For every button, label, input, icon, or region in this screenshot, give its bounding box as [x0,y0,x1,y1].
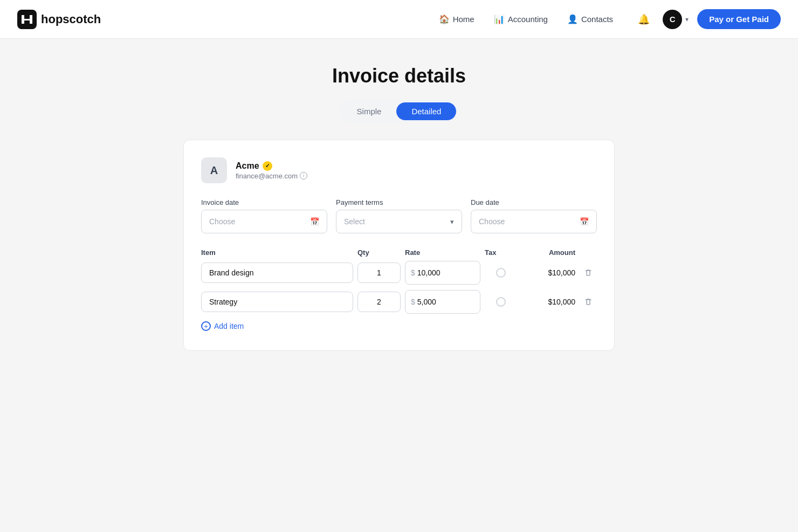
logo-text: hopscotch [41,12,101,26]
client-info: Acme ✓ finance@acme.com i [236,161,307,180]
item-amount-2: $10,000 [521,298,575,306]
accounting-icon: 📊 [494,14,505,24]
invoice-date-field: Invoice date Choose 📅 [201,198,327,233]
item-qty-1[interactable] [357,262,401,283]
col-amount: Amount [521,248,575,257]
item-tax-2[interactable] [496,297,506,307]
item-amount-1: $10,000 [521,268,575,277]
payment-terms-placeholder: Select [344,217,365,226]
item-rate-1[interactable] [417,268,474,277]
chevron-down-icon: ▾ [685,16,689,23]
item-description-1[interactable] [201,262,353,283]
col-tax: Tax [485,248,517,257]
col-item: Item [201,248,353,257]
item-description-2[interactable] [201,292,353,312]
date-fields: Invoice date Choose 📅 Payment terms Sele… [201,198,597,233]
due-date-placeholder: Choose [479,217,505,226]
table-row: $ $10,000 [201,261,597,285]
nav-home-label: Home [453,15,474,24]
nav-links: 🏠 Home 📊 Accounting 👤 Contacts [431,10,621,29]
detailed-toggle[interactable]: Detailed [396,102,456,120]
main-content: Invoice details Simple Detailed A Acme ✓… [0,39,798,377]
client-header: A Acme ✓ finance@acme.com i [201,157,597,183]
navbar: hopscotch 🏠 Home 📊 Accounting 👤 Contacts… [0,0,798,39]
notifications-button[interactable]: 🔔 [634,9,654,30]
col-rate: Rate [405,248,480,257]
item-rate-wrap-2: $ [405,290,480,314]
invoice-date-input[interactable]: Choose 📅 [201,210,327,233]
invoice-card: A Acme ✓ finance@acme.com i Invoice date… [183,140,615,351]
user-menu-button[interactable]: C ▾ [661,8,691,31]
info-icon[interactable]: i [300,172,307,179]
nav-right: 🔔 C ▾ Pay or Get Paid [634,8,781,31]
trash-icon-1 [584,268,593,277]
calendar-icon: 📅 [310,217,319,226]
col-qty: Qty [357,248,401,257]
add-item-label: Add item [214,322,244,330]
calendar-due-icon: 📅 [580,217,589,226]
verified-badge: ✓ [263,161,272,171]
logo[interactable]: hopscotch [17,10,101,29]
due-date-label: Due date [471,198,597,206]
item-rate-wrap-1: $ [405,261,480,285]
home-icon: 🏠 [439,14,450,24]
add-circle-icon: + [201,321,211,331]
client-name: Acme ✓ [236,161,307,171]
contacts-icon: 👤 [567,14,578,24]
payment-terms-select[interactable]: Select ▾ [336,210,462,233]
payment-terms-field: Payment terms Select ▾ [336,198,462,233]
client-email: finance@acme.com i [236,172,307,180]
due-date-field: Due date Choose 📅 [471,198,597,233]
table-header: Item Qty Rate Tax Amount [201,248,597,261]
item-tax-1[interactable] [496,268,506,278]
payment-terms-label: Payment terms [336,198,462,206]
dollar-icon-1: $ [411,268,415,277]
nav-accounting[interactable]: 📊 Accounting [486,10,555,29]
add-item-button[interactable]: + Add item [201,319,244,333]
nav-contacts-label: Contacts [581,15,613,24]
delete-row-2[interactable] [580,295,597,308]
view-toggle: Simple Detailed [340,100,459,122]
invoice-date-label: Invoice date [201,198,327,206]
item-rate-2[interactable] [417,298,474,306]
col-actions [580,248,597,257]
avatar: C [663,10,682,29]
chevron-select-icon: ▾ [450,218,454,226]
delete-row-1[interactable] [580,266,597,279]
table-row: $ $10,000 [201,290,597,314]
bell-icon: 🔔 [638,13,650,25]
due-date-input[interactable]: Choose 📅 [471,210,597,233]
item-qty-2[interactable] [357,292,401,312]
logo-icon [17,10,37,29]
invoice-date-placeholder: Choose [209,217,235,226]
page-title: Invoice details [332,65,466,87]
nav-home[interactable]: 🏠 Home [431,10,482,29]
pay-or-get-paid-button[interactable]: Pay or Get Paid [697,9,781,29]
items-table: Item Qty Rate Tax Amount $ $10,000 [201,248,597,333]
simple-toggle[interactable]: Simple [342,102,397,120]
nav-accounting-label: Accounting [508,15,548,24]
trash-icon-2 [584,298,593,306]
nav-contacts[interactable]: 👤 Contacts [560,10,621,29]
dollar-icon-2: $ [411,298,415,306]
client-avatar: A [201,157,227,183]
